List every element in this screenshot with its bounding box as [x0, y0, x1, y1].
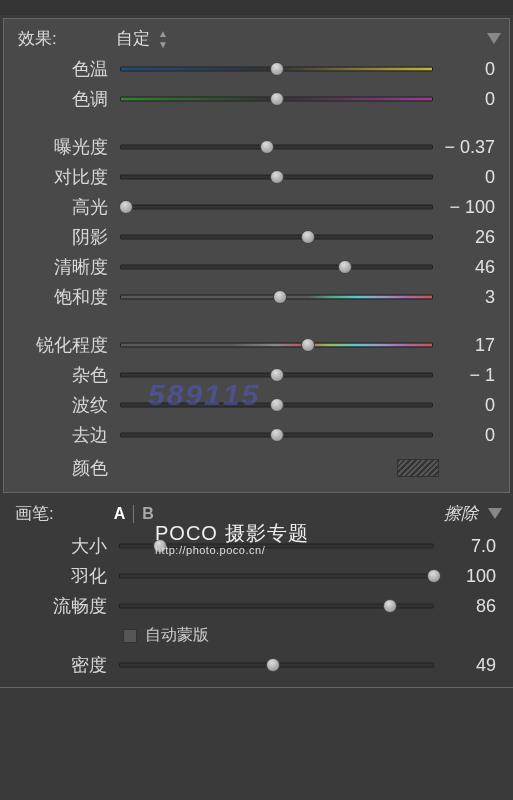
slider-row: 密度49: [11, 650, 502, 680]
slider-row: 流畅度86: [11, 591, 502, 621]
slider-row: 色温0: [12, 54, 501, 84]
slider-value[interactable]: 100: [440, 566, 500, 587]
slider[interactable]: [119, 567, 434, 585]
slider-row: 波纹0: [12, 390, 501, 420]
slider-label: 流畅度: [13, 594, 113, 618]
collapse-triangle-icon[interactable]: [488, 508, 502, 519]
slider[interactable]: [120, 396, 433, 414]
brush-header: 画笔: A B 擦除: [11, 496, 502, 531]
preset-dropdown[interactable]: 自定 ▲▼: [116, 27, 166, 50]
slider-value[interactable]: 0: [439, 59, 499, 80]
slider-label: 饱和度: [14, 285, 114, 309]
slider-label: 高光: [14, 195, 114, 219]
slider-thumb[interactable]: [270, 398, 284, 412]
slider-label: 清晰度: [14, 255, 114, 279]
slider-thumb[interactable]: [266, 658, 280, 672]
slider-value[interactable]: 17: [439, 335, 499, 356]
preset-value: 自定: [116, 27, 150, 50]
slider[interactable]: [119, 656, 434, 674]
brush-panel: 画笔: A B 擦除 大小7.0羽化100流畅度86 自动蒙版 密度49: [3, 496, 510, 684]
slider[interactable]: [120, 198, 433, 216]
slider[interactable]: [120, 228, 433, 246]
slider-thumb[interactable]: [270, 368, 284, 382]
brush-option-a[interactable]: A: [106, 505, 134, 523]
slider-track: [120, 145, 433, 150]
slider-row: 锐化程度17: [12, 330, 501, 360]
slider-track: [119, 574, 434, 579]
slider-value[interactable]: 7.0: [440, 536, 500, 557]
slider-value[interactable]: 0: [439, 395, 499, 416]
slider[interactable]: [120, 90, 433, 108]
slider-label: 密度: [13, 653, 113, 677]
slider-track: [120, 343, 433, 348]
slider-value[interactable]: 0: [439, 89, 499, 110]
slider[interactable]: [120, 288, 433, 306]
slider-row: 高光− 100: [12, 192, 501, 222]
slider-thumb[interactable]: [153, 539, 167, 553]
slider-track: [120, 235, 433, 240]
slider-value[interactable]: − 0.37: [439, 137, 499, 158]
slider-label: 羽化: [13, 564, 113, 588]
slider-thumb[interactable]: [270, 170, 284, 184]
slider-label: 杂色: [14, 363, 114, 387]
slider[interactable]: [120, 168, 433, 186]
color-label: 颜色: [14, 456, 114, 480]
slider-thumb[interactable]: [273, 290, 287, 304]
slider-track: [120, 265, 433, 270]
slider-value[interactable]: 49: [440, 655, 500, 676]
slider-value[interactable]: 3: [439, 287, 499, 308]
slider-label: 阴影: [14, 225, 114, 249]
slider-row: 大小7.0: [11, 531, 502, 561]
brush-option-b[interactable]: B: [133, 505, 162, 523]
slider-row: 阴影26: [12, 222, 501, 252]
slider-row: 对比度0: [12, 162, 501, 192]
slider-label: 波纹: [14, 393, 114, 417]
effects-panel: 效果: 自定 ▲▼ 色温0色调0曝光度− 0.37对比度0高光− 100阴影26…: [3, 18, 510, 493]
collapse-triangle-icon[interactable]: [487, 33, 501, 44]
dropdown-arrows-icon: ▲▼: [158, 28, 166, 50]
bottom-divider: [0, 687, 513, 699]
slider[interactable]: [120, 366, 433, 384]
slider-thumb[interactable]: [270, 428, 284, 442]
automask-label: 自动蒙版: [145, 625, 209, 646]
slider-thumb[interactable]: [260, 140, 274, 154]
color-row: 颜色: [12, 450, 501, 482]
slider-row: 曝光度− 0.37: [12, 132, 501, 162]
slider[interactable]: [120, 138, 433, 156]
slider[interactable]: [119, 597, 434, 615]
slider-label: 大小: [13, 534, 113, 558]
slider[interactable]: [120, 258, 433, 276]
slider-thumb[interactable]: [338, 260, 352, 274]
slider-value[interactable]: 86: [440, 596, 500, 617]
effects-title: 效果:: [16, 27, 116, 50]
slider-thumb[interactable]: [119, 200, 133, 214]
slider-value[interactable]: − 1: [439, 365, 499, 386]
slider-row: 饱和度3: [12, 282, 501, 312]
slider-value[interactable]: 0: [439, 167, 499, 188]
slider-value[interactable]: 26: [439, 227, 499, 248]
automask-checkbox[interactable]: [123, 629, 137, 643]
slider-thumb[interactable]: [301, 338, 315, 352]
slider-thumb[interactable]: [270, 92, 284, 106]
slider-row: 杂色− 1: [12, 360, 501, 390]
color-swatch[interactable]: [397, 459, 439, 477]
slider-value[interactable]: 0: [439, 425, 499, 446]
brush-title: 画笔:: [15, 502, 54, 525]
slider-label: 去边: [14, 423, 114, 447]
slider-row: 去边0: [12, 420, 501, 450]
slider-label: 色温: [14, 57, 114, 81]
slider-thumb[interactable]: [383, 599, 397, 613]
slider[interactable]: [120, 336, 433, 354]
automask-row: 自动蒙版: [11, 621, 502, 650]
slider-value[interactable]: 46: [439, 257, 499, 278]
slider-row: 色调0: [12, 84, 501, 114]
slider-row: 羽化100: [11, 561, 502, 591]
slider-thumb[interactable]: [270, 62, 284, 76]
effects-header: 效果: 自定 ▲▼: [12, 19, 501, 54]
slider[interactable]: [120, 60, 433, 78]
slider-value[interactable]: − 100: [439, 197, 499, 218]
slider[interactable]: [120, 426, 433, 444]
slider[interactable]: [119, 537, 434, 555]
slider-thumb[interactable]: [301, 230, 315, 244]
slider-thumb[interactable]: [427, 569, 441, 583]
